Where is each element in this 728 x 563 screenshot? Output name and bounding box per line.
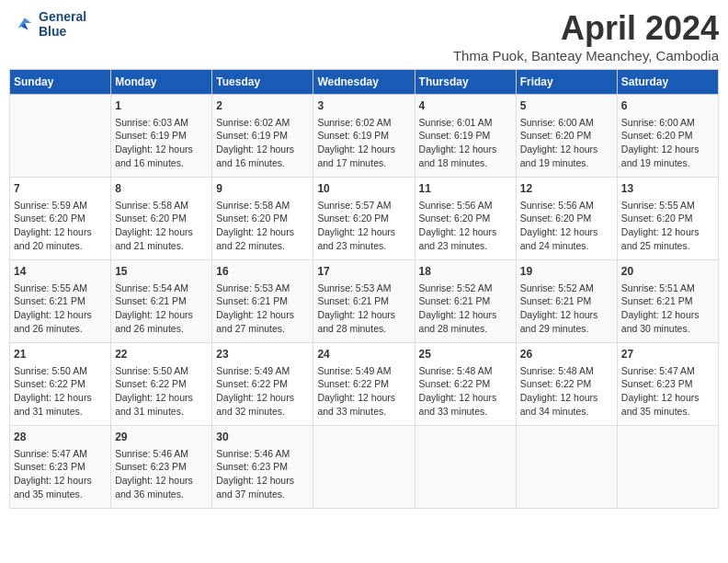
day-info: Sunrise: 5:57 AM	[317, 199, 410, 213]
day-info: and 31 minutes.	[115, 405, 208, 419]
day-info: Daylight: 12 hours	[216, 225, 309, 239]
day-info: Sunset: 6:21 PM	[520, 294, 613, 308]
day-info: Daylight: 12 hours	[621, 308, 714, 322]
day-info: Sunrise: 5:50 AM	[14, 364, 107, 378]
day-info: Daylight: 12 hours	[621, 143, 714, 156]
day-info: Sunrise: 5:54 AM	[115, 282, 208, 295]
day-info: Sunset: 6:22 PM	[317, 377, 410, 391]
day-info: Sunset: 6:21 PM	[621, 294, 714, 308]
table-row	[415, 426, 516, 509]
day-info: Sunrise: 5:47 AM	[14, 447, 107, 461]
day-info: Sunset: 6:19 PM	[216, 129, 309, 143]
table-row: 13Sunrise: 5:55 AMSunset: 6:20 PMDayligh…	[617, 178, 718, 260]
day-number: 5	[520, 98, 613, 114]
table-row: 5Sunrise: 6:00 AMSunset: 6:20 PMDaylight…	[516, 95, 617, 178]
day-info: and 23 minutes.	[419, 239, 512, 253]
day-info: and 32 minutes.	[216, 405, 309, 419]
day-info: and 21 minutes.	[115, 239, 208, 253]
day-info: Sunrise: 5:49 AM	[216, 364, 309, 378]
day-info: Sunset: 6:22 PM	[216, 377, 309, 391]
table-row: 1Sunrise: 6:03 AMSunset: 6:19 PMDaylight…	[111, 95, 212, 178]
calendar-week-row: 1Sunrise: 6:03 AMSunset: 6:19 PMDaylight…	[10, 95, 719, 178]
table-row: 25Sunrise: 5:48 AMSunset: 6:22 PMDayligh…	[415, 343, 516, 426]
day-info: Sunrise: 5:50 AM	[115, 364, 208, 378]
day-info: Sunset: 6:19 PM	[419, 129, 512, 143]
day-info: Sunrise: 5:58 AM	[216, 199, 309, 213]
day-info: Daylight: 12 hours	[14, 308, 107, 322]
day-info: Sunset: 6:21 PM	[115, 294, 208, 308]
day-info: Sunset: 6:22 PM	[520, 377, 613, 391]
day-info: Daylight: 12 hours	[520, 391, 613, 405]
day-number: 26	[520, 347, 613, 362]
table-row: 23Sunrise: 5:49 AMSunset: 6:22 PMDayligh…	[212, 343, 313, 426]
table-row: 4Sunrise: 6:01 AMSunset: 6:19 PMDaylight…	[415, 95, 516, 178]
day-number: 27	[621, 347, 714, 362]
col-sunday: Sunday	[10, 70, 111, 95]
calendar-table: Sunday Monday Tuesday Wednesday Thursday…	[9, 69, 719, 509]
table-row: 8Sunrise: 5:58 AMSunset: 6:20 PMDaylight…	[111, 178, 212, 260]
day-info: Sunrise: 6:00 AM	[520, 116, 613, 130]
table-row: 22Sunrise: 5:50 AMSunset: 6:22 PMDayligh…	[111, 343, 212, 426]
day-info: Sunset: 6:23 PM	[216, 460, 309, 474]
table-row: 14Sunrise: 5:55 AMSunset: 6:21 PMDayligh…	[10, 260, 111, 343]
day-number: 19	[520, 264, 613, 280]
table-row	[313, 426, 415, 509]
day-number: 28	[14, 430, 107, 445]
table-row: 2Sunrise: 6:02 AMSunset: 6:19 PMDaylight…	[212, 95, 313, 178]
day-info: Sunrise: 5:56 AM	[419, 199, 512, 213]
col-thursday: Thursday	[415, 70, 516, 95]
day-info: Daylight: 12 hours	[14, 391, 107, 405]
table-row: 17Sunrise: 5:53 AMSunset: 6:21 PMDayligh…	[313, 260, 415, 343]
col-wednesday: Wednesday	[313, 70, 415, 95]
day-info: Sunrise: 5:47 AM	[621, 364, 714, 378]
day-info: Daylight: 12 hours	[115, 143, 208, 156]
calendar-week-row: 28Sunrise: 5:47 AMSunset: 6:23 PMDayligh…	[10, 426, 719, 509]
day-info: Sunrise: 5:48 AM	[419, 364, 512, 378]
day-info: Daylight: 12 hours	[216, 474, 309, 488]
day-info: and 28 minutes.	[317, 322, 410, 336]
day-info: Sunset: 6:20 PM	[621, 129, 714, 143]
table-row: 6Sunrise: 6:00 AMSunset: 6:20 PMDaylight…	[617, 95, 718, 178]
day-number: 29	[115, 430, 208, 445]
table-row: 26Sunrise: 5:48 AMSunset: 6:22 PMDayligh…	[516, 343, 617, 426]
table-row: 10Sunrise: 5:57 AMSunset: 6:20 PMDayligh…	[313, 178, 415, 260]
table-row: 7Sunrise: 5:59 AMSunset: 6:20 PMDaylight…	[10, 178, 111, 260]
day-info: Daylight: 12 hours	[419, 143, 512, 156]
table-row: 20Sunrise: 5:51 AMSunset: 6:21 PMDayligh…	[617, 260, 718, 343]
day-info: Sunrise: 6:02 AM	[216, 116, 309, 130]
table-row: 24Sunrise: 5:49 AMSunset: 6:22 PMDayligh…	[313, 343, 415, 426]
day-info: and 17 minutes.	[317, 156, 410, 170]
day-info: Sunset: 6:21 PM	[14, 294, 107, 308]
day-info: Sunset: 6:22 PM	[14, 377, 107, 391]
day-info: Daylight: 12 hours	[115, 474, 208, 488]
day-info: Daylight: 12 hours	[115, 225, 208, 239]
day-info: Sunrise: 5:53 AM	[317, 282, 410, 295]
day-info: Sunset: 6:22 PM	[419, 377, 512, 391]
day-info: Sunrise: 5:55 AM	[14, 282, 107, 295]
day-number: 20	[621, 264, 714, 280]
day-info: Sunset: 6:19 PM	[115, 129, 208, 143]
day-info: Daylight: 12 hours	[317, 143, 410, 156]
day-info: and 24 minutes.	[520, 239, 613, 253]
day-info: Sunrise: 6:00 AM	[621, 116, 714, 130]
day-number: 7	[14, 181, 107, 197]
day-info: Daylight: 12 hours	[317, 308, 410, 322]
day-number: 21	[14, 347, 107, 362]
day-info: and 37 minutes.	[216, 488, 309, 501]
day-info: and 19 minutes.	[520, 156, 613, 170]
day-info: Daylight: 12 hours	[115, 391, 208, 405]
table-row: 27Sunrise: 5:47 AMSunset: 6:23 PMDayligh…	[617, 343, 718, 426]
day-number: 9	[216, 181, 309, 197]
day-info: Sunset: 6:23 PM	[621, 377, 714, 391]
day-info: Sunset: 6:20 PM	[317, 212, 410, 225]
day-number: 22	[115, 347, 208, 362]
day-number: 10	[317, 181, 410, 197]
day-info: Sunset: 6:21 PM	[317, 294, 410, 308]
day-info: Daylight: 12 hours	[115, 308, 208, 322]
day-info: and 30 minutes.	[621, 322, 714, 336]
day-info: Sunrise: 5:53 AM	[216, 282, 309, 295]
day-info: Sunrise: 5:52 AM	[419, 282, 512, 295]
day-info: and 35 minutes.	[14, 488, 107, 501]
table-row: 28Sunrise: 5:47 AMSunset: 6:23 PMDayligh…	[10, 426, 111, 509]
table-row: 30Sunrise: 5:46 AMSunset: 6:23 PMDayligh…	[212, 426, 313, 509]
